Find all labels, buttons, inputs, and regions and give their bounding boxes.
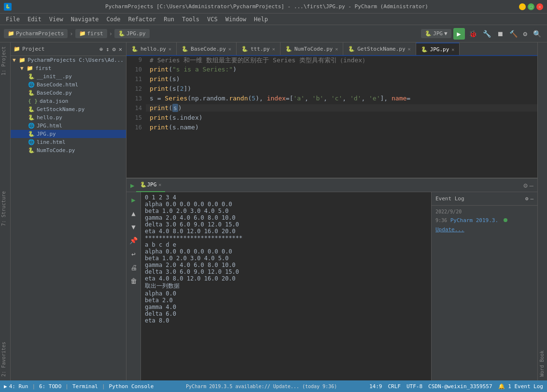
tree-file-hello[interactable]: 🐍 hello.py [11,113,126,122]
run-config-selector[interactable]: 🐍 JPG ▼ [421,29,451,38]
sync-icon[interactable]: ⊕ [98,45,104,53]
tab-icon-getstockname: 🐍 [348,46,355,52]
first-breadcrumb[interactable]: 📁 first [75,29,107,38]
tab-close-hello[interactable]: ✕ [168,46,171,52]
bottom-minimize-icon[interactable]: — [530,182,533,189]
tree-file-jpghtml[interactable]: 🌐 JPG.html [11,122,126,130]
menu-vcs[interactable]: VCS [203,14,222,25]
menu-help[interactable]: Help [250,14,272,25]
bottom-tab-run[interactable]: 🐍 JPG ✕ [136,179,165,192]
pin-button[interactable]: 📌 [128,235,140,246]
search-button[interactable]: 🔍 [531,29,543,39]
root-label: PycharmProjects C:\Users\Ad... [28,57,124,63]
line-code-16: print(s.name) [146,124,537,131]
run-button[interactable]: ▶ [453,28,465,40]
tab-close-jpg[interactable]: ✕ [451,47,454,52]
bottom-settings-icon[interactable]: ⚙ [523,182,527,189]
code-line-15: 15 print(s.index) [126,114,537,124]
re-run-button[interactable]: ▶ [128,194,140,206]
sidebar-label-favorites[interactable]: 2: Favorites [0,338,10,380]
tab-jpgpy[interactable]: 🐍 JPG.py ✕ [416,42,460,55]
statusbar-todo[interactable]: 6: TODO [39,383,61,390]
file-icon-linehtml: 🌐 [28,139,35,145]
menu-view[interactable]: View [45,14,67,25]
statusbar-python-console[interactable]: Python Console [109,383,154,390]
tree-file-jpgpy[interactable]: 🐍 JPG.py [11,130,126,138]
menu-file[interactable]: File [2,14,24,25]
tab-close-getstockname[interactable]: ✕ [408,46,411,52]
output-line-delta2: delta 3.0 6.0 9.0 12.0 15.0 [145,268,427,275]
project-breadcrumb[interactable]: 📁 PycharmProjects [4,29,68,38]
tree-file-datajson[interactable]: { } data.json [11,97,126,105]
statusbar-run[interactable]: ▶ 4: Run [4,383,28,390]
scroll-down-button[interactable]: ▼ [128,221,140,233]
menu-refactor[interactable]: Refactor [124,14,160,25]
event-update-link[interactable]: Update... [435,226,464,233]
menu-edit[interactable]: Edit [24,14,45,25]
scroll-up-button[interactable]: ▲ [128,208,140,219]
close-panel-icon[interactable]: ✕ [118,45,123,53]
statusbar-sep1: | [32,383,35,390]
menu-window[interactable]: Window [222,14,250,25]
build-button[interactable]: 🔨 [507,29,519,39]
output-line-beta3: beta 2.0 [145,297,427,304]
menu-run[interactable]: Run [160,14,178,25]
statusbar-encoding[interactable]: UTF-8 [407,383,422,390]
event-log-settings-icon[interactable]: ⚙ [525,196,529,202]
event-log-minimize-icon[interactable]: — [530,196,533,202]
tab-basecodepy[interactable]: 🐍 BaseCode.py ✕ [177,42,237,55]
settings-icon[interactable]: ⚙ [112,45,117,53]
tree-file-init[interactable]: 🐍 __init__.py [11,72,126,81]
statusbar-terminal[interactable]: Terminal [72,383,98,390]
tab-close-ttt[interactable]: ✕ [272,46,275,52]
tree-file-basecodepy[interactable]: 🐍 BaseCode.py [11,89,126,97]
settings-button[interactable]: ⚙ [521,29,529,39]
first-folder-icon: ▼ 📁 [20,65,33,71]
tab-getstocknamepy[interactable]: 🐍 GetStockName.py ✕ [343,42,416,55]
editor-tabs: 🐍 hello.py ✕ 🐍 BaseCode.py ✕ 🐍 ttt.py ✕ … [126,42,537,56]
tab-tttpy[interactable]: 🐍 ttt.py ✕ [237,42,281,55]
file-breadcrumb[interactable]: 🐍 JPG.py [114,29,150,38]
run-tab-close[interactable]: ✕ [158,182,161,187]
tab-close-numtocode[interactable]: ✕ [335,46,338,52]
tree-file-linehtml[interactable]: 🌐 line.html [11,138,126,146]
print-button[interactable]: 🖨 [128,262,140,273]
run-tab-icon: 🐍 [140,182,147,188]
editor-area: 🐍 hello.py ✕ 🐍 BaseCode.py ✕ 🐍 ttt.py ✕ … [126,42,537,178]
file-label-linehtml: line.html [37,139,66,145]
statusbar-position[interactable]: 14:9 [369,383,382,390]
sidebar-label-project[interactable]: 1: Project [0,42,10,79]
run-label-status: 4: Run [9,383,28,390]
event-link[interactable]: PyCharm 2019.3. [450,217,498,224]
tab-close-basecode[interactable]: ✕ [228,46,231,52]
stop-button[interactable]: ⏹ [495,29,505,39]
debug-button[interactable]: 🐞 [467,29,479,39]
tree-file-getstockname[interactable]: 🐍 GetStockName.py [11,105,126,113]
coverage-button[interactable]: 🔧 [481,29,493,39]
tree-file-numtocode[interactable]: 🐍 NumToCode.py [11,146,126,154]
maximize-button[interactable]: □ [528,3,534,10]
menu-navigate[interactable]: Navigate [67,14,103,25]
tree-first-folder[interactable]: ▼ 📁 first [11,64,126,72]
tree-root[interactable]: ▼ 📁 PycharmProjects C:\Users\Ad... [11,56,126,64]
file-label-jpghtml: JPG.html [37,123,62,129]
close-button[interactable]: ✕ [536,3,543,10]
collapse-icon[interactable]: ↕ [105,45,110,53]
sidebar-label-structure[interactable]: 7: Structure [0,187,10,230]
file-label-getstockname: GetStockName.py [37,106,84,112]
menu-tools[interactable]: Tools [178,14,203,25]
menu-code[interactable]: Code [103,14,125,25]
minimize-button[interactable]: − [519,3,526,10]
word-book-label[interactable]: Word Book [538,347,547,380]
clear-button[interactable]: 🗑 [128,275,140,287]
soft-wrap-button[interactable]: ↩ [128,248,140,260]
file-label-hello: hello.py [37,114,62,121]
output-line-gamma2: gamma 2.0 4.0 6.0 8.0 10.0 [145,262,427,268]
tree-file-basecodehtml[interactable]: 🌐 BaseCode.html [11,81,126,89]
tab-hellopy[interactable]: 🐍 hello.py ✕ [126,42,177,55]
line-code-10: print("s is a Series:") [146,66,537,73]
code-editor[interactable]: 9 # Series 和一维 数组最主要的区别在于 Series 类型具有索引（… [126,56,537,178]
statusbar-event-log[interactable]: 🔔 1 Event Log [498,383,543,390]
tab-numtocodepy[interactable]: 🐍 NumToCode.py ✕ [281,42,344,55]
statusbar-crlf[interactable]: CRLF [388,383,401,390]
